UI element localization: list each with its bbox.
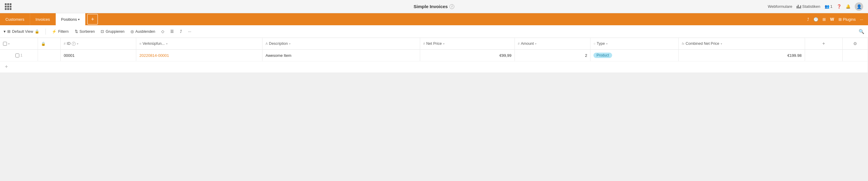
- row-lock-cell: [38, 49, 61, 61]
- more-options-icon[interactable]: ···: [860, 17, 863, 22]
- col-verknuepfung[interactable]: ≡ Verknüpfun... ▾: [136, 38, 262, 49]
- col-description-label: Description: [269, 41, 288, 46]
- type-col-icon: ○: [593, 42, 595, 45]
- add-tab-button[interactable]: +: [87, 14, 98, 25]
- col-checkbox[interactable]: ▾: [0, 38, 38, 49]
- history-icon[interactable]: 🕐: [813, 17, 818, 22]
- desc-col-icon: A: [266, 42, 268, 45]
- toolbar: ▾ ⊞ Default View 🔒 ⚡ Filtern ⇅ Sortieren…: [0, 25, 868, 38]
- hide-button[interactable]: ◎ Ausblenden: [130, 29, 155, 34]
- type-badge: Product: [593, 52, 612, 58]
- row-settings-cell: [843, 49, 868, 61]
- fields-icon[interactable]: ⊞: [823, 17, 826, 22]
- id-col-icon: #: [64, 42, 65, 45]
- row-net-price-cell[interactable]: €99,99: [420, 49, 515, 61]
- row-description-cell[interactable]: Awesome Item: [262, 49, 420, 61]
- user-count-icon[interactable]: 👥 1: [825, 4, 832, 9]
- select-all-checkbox[interactable]: [3, 42, 7, 46]
- view-toggle[interactable]: ▾ ⊞ Default View 🔒: [4, 29, 39, 34]
- col-id-label: ID: [67, 41, 71, 46]
- verknuepfung-sort-icon[interactable]: ▾: [166, 42, 167, 45]
- group-button[interactable]: ⊡ Gruppieren: [101, 29, 124, 34]
- group-icon: ⊡: [101, 29, 104, 34]
- col-settings[interactable]: ⚙: [843, 38, 868, 49]
- row-checkbox[interactable]: [16, 53, 19, 58]
- top-bar: Simple Invoices i Webformulare Statistik…: [0, 0, 868, 13]
- data-table: ▾ 🔒 # ID i ▾ ≡ Verk: [0, 38, 868, 73]
- col-add[interactable]: +: [805, 38, 843, 49]
- toolbar-divider-1: [45, 29, 46, 35]
- combined-col-icon: fx: [682, 42, 684, 45]
- top-bar-right: Webformulare Statistiken 👥 1 ❓ 🔔 👤: [768, 2, 863, 11]
- table-row: 1 00001 20220814-00001 Awesome Item €99,…: [0, 49, 868, 61]
- amount-sort-icon[interactable]: ▾: [535, 42, 536, 45]
- avatar[interactable]: 👤: [855, 2, 863, 11]
- row-number: 1: [21, 53, 23, 58]
- tab-bar: Customers Invoices Positions ▾ + ⤴ 🕐 ⊞ W…: [0, 13, 868, 25]
- webformulare-button[interactable]: Webformulare: [768, 4, 792, 9]
- help-icon[interactable]: ❓: [837, 4, 841, 9]
- chevron-down-icon[interactable]: ▾: [8, 42, 10, 45]
- row-type-cell[interactable]: Product: [590, 49, 679, 61]
- row-checkbox-cell[interactable]: 1: [0, 49, 38, 61]
- col-type-label: Type: [597, 41, 605, 46]
- add-row-cell[interactable]: +: [0, 61, 868, 73]
- col-type[interactable]: ○ Type ▾: [590, 38, 679, 49]
- statistiken-button[interactable]: Statistiken: [797, 4, 820, 9]
- more-toolbar-icon[interactable]: ···: [188, 30, 191, 34]
- search-icon[interactable]: 🔍: [859, 29, 864, 34]
- desc-sort-icon[interactable]: ▾: [289, 42, 290, 45]
- hide-icon: ◎: [130, 29, 134, 34]
- col-net-price-label: Net Price: [426, 41, 441, 46]
- row-combined-net-price: €199.98: [787, 53, 802, 58]
- id-sort-icon[interactable]: ▾: [77, 42, 79, 45]
- share-icon[interactable]: ⤴: [807, 17, 809, 22]
- tab-customers[interactable]: Customers: [0, 13, 30, 25]
- statistiken-icon: [797, 5, 801, 8]
- wordpress-icon[interactable]: W: [830, 17, 834, 22]
- type-sort-icon[interactable]: ▾: [606, 42, 608, 45]
- col-net-price[interactable]: # Net Price ▾: [420, 38, 515, 49]
- settings-icon[interactable]: ⚙: [853, 41, 857, 46]
- row-id-cell[interactable]: 00001: [61, 49, 136, 61]
- diamond-icon[interactable]: ◇: [161, 29, 164, 34]
- col-amount-label: Amount: [521, 41, 534, 46]
- view-label: Default View: [12, 30, 33, 34]
- price-col-icon: #: [423, 42, 425, 45]
- amount-col-icon: #: [518, 42, 520, 45]
- app-title: Simple Invoices: [413, 4, 447, 9]
- tab-positions[interactable]: Positions ▾: [56, 13, 86, 25]
- lock-col-icon: 🔒: [41, 42, 46, 46]
- col-verknuepfung-label: Verknüpfun...: [143, 41, 165, 46]
- price-sort-icon[interactable]: ▾: [443, 42, 444, 45]
- id-info-icon[interactable]: i: [72, 42, 76, 46]
- tab-positions-chevron: ▾: [78, 18, 80, 21]
- table-icon: ⊞: [7, 29, 10, 34]
- row-combined-net-price-cell[interactable]: €199.98: [679, 49, 805, 61]
- col-description[interactable]: A Description ▾: [262, 38, 420, 49]
- row-amount-cell[interactable]: 2: [515, 49, 590, 61]
- sort-icon: ⇅: [75, 29, 78, 34]
- col-amount[interactable]: # Amount ▾: [515, 38, 590, 49]
- app-title-area: Simple Invoices i: [413, 4, 454, 9]
- share-data-icon[interactable]: ⤴: [180, 30, 182, 34]
- apps-icon[interactable]: [5, 3, 11, 10]
- info-icon[interactable]: i: [450, 4, 455, 9]
- filter-icon: ⚡: [52, 29, 57, 34]
- col-id[interactable]: # ID i ▾: [61, 38, 136, 49]
- notifications-icon[interactable]: 🔔: [846, 4, 850, 9]
- combined-sort-icon[interactable]: ▾: [721, 42, 722, 45]
- tab-invoices[interactable]: Invoices: [30, 13, 56, 25]
- filter-button[interactable]: ⚡ Filtern: [52, 29, 69, 34]
- add-row[interactable]: +: [0, 61, 868, 73]
- list-icon[interactable]: ☰: [170, 29, 174, 34]
- top-bar-left: [5, 3, 11, 10]
- col-combined-net-price[interactable]: fx Combined Net Price ▾: [679, 38, 805, 49]
- row-verknuepfung-cell[interactable]: 20220814-00001: [136, 49, 262, 61]
- lock-icon: 🔒: [35, 29, 39, 34]
- table-header-row: ▾ 🔒 # ID i ▾ ≡ Verk: [0, 38, 868, 49]
- sort-button[interactable]: ⇅ Sortieren: [75, 29, 95, 34]
- col-lock: 🔒: [38, 38, 61, 49]
- plugins-button[interactable]: ⊞ Plugins: [838, 17, 856, 22]
- row-amount: 2: [585, 53, 587, 58]
